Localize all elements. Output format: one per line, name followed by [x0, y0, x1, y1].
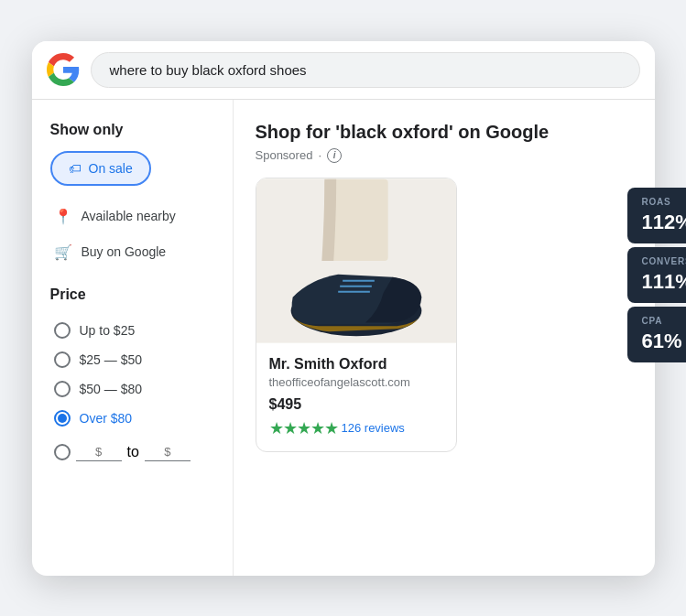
price-label-25-50: $25 — $50 — [80, 352, 143, 367]
price-option-up-to-25[interactable]: Up to $25 — [50, 316, 214, 345]
product-image — [256, 178, 456, 343]
price-title: Price — [50, 286, 214, 303]
browser-window: where to buy black oxford shoes Show onl… — [32, 41, 655, 576]
on-sale-filter-button[interactable]: 🏷 On sale — [50, 151, 151, 186]
browser-content: Show only 🏷 On sale 📍 Available nearby 🛒… — [32, 100, 655, 576]
product-info: Mr. Smith Oxford theofficeofangelascott.… — [256, 343, 456, 451]
available-nearby-filter[interactable]: 📍 Available nearby — [50, 200, 214, 232]
tag-icon: 🏷 — [69, 161, 82, 176]
metric-roas-label: ROAS — [642, 197, 687, 207]
metric-card-conversion-rate: CONVERSION RATE 111% ▲ — [627, 247, 687, 303]
reviews-count: 126 reviews — [342, 421, 405, 435]
available-nearby-label: Available nearby — [82, 209, 176, 223]
location-icon: 📍 — [54, 208, 72, 225]
google-logo-icon — [47, 53, 80, 86]
metric-cpa-label: CPA — [642, 316, 687, 326]
product-price: $495 — [269, 396, 443, 413]
metric-cr-value: 111% — [642, 270, 687, 294]
price-label-50-80: $50 — $80 — [80, 382, 143, 396]
sponsored-label: Sponsored — [256, 148, 313, 162]
radio-50-80[interactable] — [54, 381, 71, 397]
stars-row: ★★★★★ 126 reviews — [269, 418, 443, 438]
sidebar: Show only 🏷 On sale 📍 Available nearby 🛒… — [32, 100, 234, 576]
metric-roas-value-row: 112% ▲ — [642, 211, 687, 234]
metric-roas-value: 112% — [642, 211, 687, 234]
metric-cpa-value-row: 61% ▼ — [642, 330, 687, 353]
search-query-text: where to buy black oxford shoes — [110, 62, 307, 78]
price-to-input[interactable] — [145, 443, 191, 461]
sponsored-row: Sponsored · i — [256, 148, 633, 163]
metric-cpa-value: 61% — [642, 330, 682, 353]
metric-card-cpa: CPA 61% ▼ — [627, 307, 687, 362]
buy-on-google-label: Buy on Google — [82, 244, 167, 259]
search-bar[interactable]: where to buy black oxford shoes — [91, 52, 640, 88]
on-sale-label: On sale — [89, 161, 133, 176]
metric-cr-label: CONVERSION RATE — [642, 256, 687, 266]
product-site: theofficeofangelascott.com — [269, 375, 443, 389]
metric-cr-value-row: 111% ▲ — [642, 270, 687, 294]
shop-title: Shop for 'black oxford' on Google — [256, 122, 633, 143]
price-section: Price Up to $25 $25 — $50 $50 — $80 Over… — [50, 286, 214, 468]
info-icon[interactable]: i — [327, 148, 342, 163]
price-label-over-80: Over $80 — [80, 411, 133, 426]
main-results: Shop for 'black oxford' on Google Sponso… — [234, 100, 655, 576]
radio-up-to-25[interactable] — [54, 322, 71, 339]
cart-icon: 🛒 — [54, 243, 72, 261]
price-label-up-to-25: Up to $25 — [80, 323, 136, 338]
radio-custom-range[interactable] — [54, 444, 71, 460]
price-from-input[interactable] — [76, 443, 122, 461]
radio-25-50[interactable] — [54, 351, 71, 368]
radio-over-80[interactable] — [54, 410, 71, 427]
price-range-custom: to — [50, 437, 214, 468]
price-option-50-80[interactable]: $50 — $80 — [50, 374, 214, 404]
product-name: Mr. Smith Oxford — [269, 356, 443, 373]
metric-card-roas: ROAS 112% ▲ — [627, 188, 687, 243]
price-option-25-50[interactable]: $25 — $50 — [50, 345, 214, 374]
buy-on-google-filter[interactable]: 🛒 Buy on Google — [50, 236, 214, 268]
star-rating: ★★★★★ — [269, 418, 338, 438]
shoe-image-svg — [256, 178, 456, 343]
price-to-label: to — [127, 444, 139, 460]
metrics-panel: ROAS 112% ▲ CONVERSION RATE 111% ▲ CPA 6… — [627, 188, 687, 362]
product-card[interactable]: Mr. Smith Oxford theofficeofangelascott.… — [256, 178, 457, 452]
price-option-over-80[interactable]: Over $80 — [50, 404, 214, 433]
browser-toolbar: where to buy black oxford shoes — [32, 41, 655, 100]
show-only-title: Show only — [50, 122, 214, 138]
